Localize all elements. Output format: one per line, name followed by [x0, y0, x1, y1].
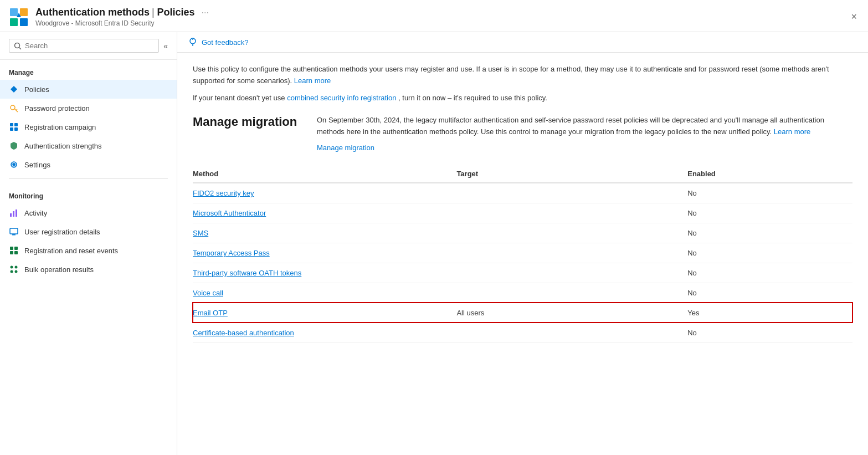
shield-icon — [9, 141, 19, 151]
svg-rect-25 — [10, 251, 13, 254]
sidebar-item-label-registration: Registration campaign — [24, 123, 96, 131]
collapse-button[interactable]: « — [163, 42, 168, 50]
table-row: Certificate-based authenticationNo — [193, 323, 852, 342]
manage-migration-link[interactable]: Manage migration — [317, 144, 852, 152]
migration-section: Manage migration On September 30th, 2024… — [193, 115, 852, 152]
svg-point-33 — [192, 39, 193, 40]
target-cell-email-otp: All users — [456, 303, 687, 323]
svg-rect-20 — [16, 209, 17, 217]
main-layout: « Manage Policies Password protection Re… — [0, 32, 868, 455]
bar-chart-icon — [9, 208, 19, 218]
table-body: FIDO2 security keyNoMicrosoft Authentica… — [193, 183, 852, 343]
svg-rect-18 — [10, 213, 12, 217]
monitoring-section-label: Monitoring — [0, 183, 177, 203]
feedback-icon — [188, 38, 197, 47]
sidebar-item-label-settings: Settings — [24, 161, 50, 169]
sidebar-item-label-strengths: Authentication strengths — [24, 142, 101, 150]
method-cell-email-otp[interactable]: Email OTP — [193, 303, 456, 323]
method-cell-sms[interactable]: SMS — [193, 223, 456, 243]
search-box[interactable] — [9, 39, 159, 53]
info-text-2: If your tenant doesn't yet use combined … — [193, 93, 852, 104]
search-input[interactable] — [25, 42, 154, 50]
svg-rect-14 — [14, 127, 18, 131]
sidebar-item-label-user-reg: User registration details — [24, 228, 100, 236]
table-row: Microsoft AuthenticatorNo — [193, 203, 852, 223]
svg-rect-21 — [10, 228, 18, 234]
close-button[interactable]: × — [851, 11, 857, 23]
migration-heading: Manage migration — [193, 115, 304, 129]
sidebar-item-label-bulk: Bulk operation results — [24, 265, 94, 274]
header-left: Authentication methods | Policies ··· Wo… — [9, 7, 209, 27]
svg-rect-13 — [10, 127, 13, 131]
method-cell-ms-auth[interactable]: Microsoft Authenticator — [193, 203, 456, 223]
table-row: Temporary Access PassNo — [193, 243, 852, 263]
sidebar-divider — [9, 178, 168, 179]
target-cell-tap — [456, 243, 687, 263]
svg-marker-7 — [11, 86, 17, 93]
svg-point-30 — [15, 270, 18, 273]
sidebar-item-label-activity: Activity — [24, 209, 47, 217]
svg-point-27 — [11, 266, 13, 269]
svg-point-28 — [15, 266, 18, 269]
enabled-cell-sms: No — [687, 223, 852, 243]
method-cell-tap[interactable]: Temporary Access Pass — [193, 243, 456, 263]
sidebar-item-settings[interactable]: Settings — [0, 155, 177, 174]
screen-icon — [9, 227, 19, 237]
method-cell-third-party-oath[interactable]: Third-party software OATH tokens — [193, 263, 456, 283]
target-cell-cert-auth — [456, 323, 687, 342]
dots-green-icon — [9, 264, 19, 274]
sidebar-item-user-reg[interactable]: User registration details — [0, 222, 177, 241]
page-title: Authentication methods | Policies ··· — [35, 7, 209, 18]
combined-reg-link[interactable]: combined security info registration — [287, 94, 396, 102]
info-text-1: Use this policy to configure the authent… — [193, 64, 852, 87]
target-cell-sms — [456, 223, 687, 243]
enabled-cell-third-party-oath: No — [687, 263, 852, 283]
table-row: Email OTPAll usersYes — [193, 303, 852, 323]
table-row: SMSNo — [193, 223, 852, 243]
svg-rect-26 — [14, 251, 18, 254]
content-area: Use this policy to configure the authent… — [177, 53, 868, 455]
target-cell-voice-call — [456, 283, 687, 303]
sidebar: « Manage Policies Password protection Re… — [0, 32, 177, 455]
sidebar-item-activity[interactable]: Activity — [0, 203, 177, 222]
method-cell-voice-call[interactable]: Voice call — [193, 283, 456, 303]
svg-rect-11 — [10, 123, 13, 126]
svg-line-6 — [19, 47, 22, 49]
sidebar-item-label-reg-reset: Registration and reset events — [24, 247, 118, 255]
method-cell-fido2[interactable]: FIDO2 security key — [193, 183, 456, 203]
method-cell-cert-auth[interactable]: Certificate-based authentication — [193, 323, 456, 342]
diamond-icon — [9, 84, 19, 94]
sidebar-item-registration-campaign[interactable]: Registration campaign — [0, 117, 177, 136]
target-cell-third-party-oath — [456, 263, 687, 283]
table-row: FIDO2 security keyNo — [193, 183, 852, 203]
header-title-group: Authentication methods | Policies ··· Wo… — [35, 7, 209, 27]
app-icon — [9, 7, 29, 27]
col-target: Target — [456, 165, 687, 183]
enabled-cell-fido2: No — [687, 183, 852, 203]
learn-more-link-1[interactable]: Learn more — [294, 76, 331, 85]
migration-text-block: On September 30th, 2024, the legacy mult… — [317, 115, 852, 152]
enabled-cell-voice-call: No — [687, 283, 852, 303]
sidebar-item-policies[interactable]: Policies — [0, 80, 177, 99]
manage-section-label: Manage — [0, 60, 177, 80]
enabled-cell-email-otp: Yes — [687, 303, 852, 323]
table-row: Third-party software OATH tokensNo — [193, 263, 852, 283]
learn-more-link-2[interactable]: Learn more — [774, 127, 810, 136]
target-cell-ms-auth — [456, 203, 687, 223]
main-content: Got feedback? Use this policy to configu… — [177, 32, 868, 455]
sidebar-item-bulk[interactable]: Bulk operation results — [0, 260, 177, 279]
header-subtitle: Woodgrove - Microsoft Entra ID Security — [35, 19, 209, 27]
sidebar-search-area: « — [0, 32, 177, 60]
sidebar-item-password-protection[interactable]: Password protection — [0, 99, 177, 117]
page-header: Authentication methods | Policies ··· Wo… — [0, 0, 868, 32]
svg-rect-2 — [10, 18, 18, 26]
gear-icon — [9, 160, 19, 170]
grid-green-icon — [9, 246, 19, 255]
svg-rect-22 — [12, 234, 16, 236]
migration-text: On September 30th, 2024, the legacy mult… — [317, 115, 852, 138]
key-icon — [9, 103, 19, 113]
svg-rect-0 — [10, 8, 18, 16]
sidebar-item-reg-reset[interactable]: Registration and reset events — [0, 241, 177, 260]
feedback-label[interactable]: Got feedback? — [202, 38, 249, 47]
sidebar-item-authentication-strengths[interactable]: Authentication strengths — [0, 136, 177, 155]
